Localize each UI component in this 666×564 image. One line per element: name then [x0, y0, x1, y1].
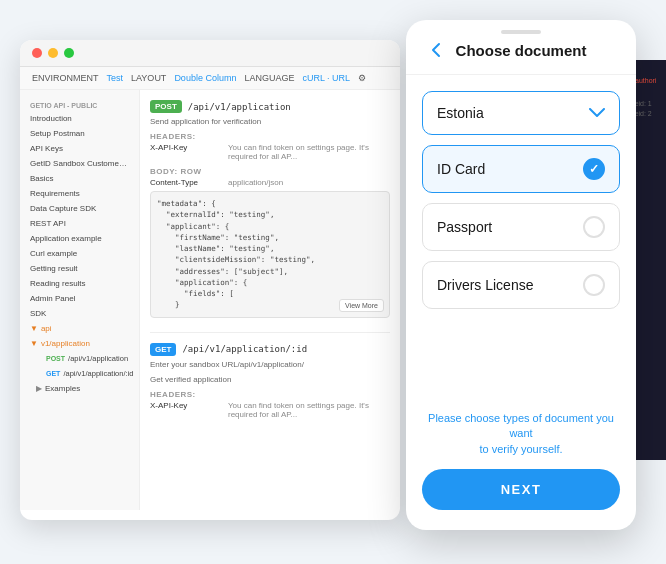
sidebar-item-setup[interactable]: Setup Postman	[20, 126, 139, 141]
mobile-header: Choose document	[406, 20, 636, 75]
drivers-license-radio	[583, 274, 605, 296]
back-button[interactable]	[422, 36, 450, 64]
x-api-key-name: X-API-Key	[150, 143, 220, 161]
passport-radio	[583, 216, 605, 238]
mobile-panel: Choose document Estonia ID Card ✓ Passpo…	[406, 20, 636, 530]
country-dropdown[interactable]: Estonia	[422, 91, 620, 135]
tree-api-folder[interactable]: ▼ api	[20, 321, 139, 336]
sidebar-section-title: GETIO API - PUBLIC	[20, 98, 139, 111]
passport-option[interactable]: Passport	[422, 203, 620, 251]
post-endpoint-label: POST /api/v1/application	[150, 100, 390, 113]
id-card-label: ID Card	[437, 161, 485, 177]
view-more-button[interactable]: View More	[339, 299, 384, 312]
get-endpoint-block: GET /api/v1/application/:id Enter your s…	[150, 343, 390, 419]
close-dot	[32, 48, 42, 58]
minimize-dot	[48, 48, 58, 58]
test-label[interactable]: Test	[107, 73, 124, 83]
sidebar-item-api-keys[interactable]: API Keys	[20, 141, 139, 156]
get-x-api-key-value: You can find token on settings page. It'…	[228, 401, 390, 419]
x-api-key-value: You can find token on settings page. It'…	[228, 143, 390, 161]
get-url: /api/v1/application/:id	[182, 344, 307, 354]
id-card-option[interactable]: ID Card ✓	[422, 145, 620, 193]
drivers-license-option[interactable]: Drivers License	[422, 261, 620, 309]
code-content: "metadata": { "externalId": "testing", "…	[157, 198, 383, 311]
post-endpoint-block: POST /api/v1/application Send applicatio…	[150, 100, 390, 318]
double-column-label[interactable]: Double Column	[174, 73, 236, 83]
passport-label: Passport	[437, 219, 492, 235]
drivers-license-label: Drivers License	[437, 277, 533, 293]
x-api-key-row: X-API-Key You can find token on settings…	[150, 143, 390, 161]
api-sidebar: GETIO API - PUBLIC Introduction Setup Po…	[20, 90, 140, 510]
get-x-api-key-name: X-API-Key	[150, 401, 220, 419]
sidebar-item-sandbox[interactable]: GetID Sandbox Customer Documenta...	[20, 156, 139, 171]
api-toolbar: ENVIRONMENT Test LAYOUT Double Column LA…	[20, 67, 400, 90]
sidebar-item-admin[interactable]: Admin Panel	[20, 291, 139, 306]
api-docs-panel: ENVIRONMENT Test LAYOUT Double Column LA…	[20, 40, 400, 520]
sidebar-item-rest-api[interactable]: REST API	[20, 216, 139, 231]
body-label: BODY: row	[150, 167, 390, 176]
get-desc2: Get verified application	[150, 375, 390, 384]
tree-v1-folder[interactable]: ▼ v1/application	[20, 336, 139, 351]
maximize-dot	[64, 48, 74, 58]
api-main-content: POST /api/v1/application Send applicatio…	[140, 90, 400, 510]
curl-label[interactable]: cURL · URL	[302, 73, 350, 83]
content-type-row: Content-Type application/json	[150, 178, 390, 187]
sidebar-item-app-example[interactable]: Application example	[20, 231, 139, 246]
content-type-name: Content-Type	[150, 178, 220, 187]
post-code-block: "metadata": { "externalId": "testing", "…	[150, 191, 390, 318]
sidebar-item-basics[interactable]: Basics	[20, 171, 139, 186]
settings-icon[interactable]: ⚙	[358, 73, 366, 83]
chevron-down-icon	[589, 104, 605, 122]
sidebar-item-data-capture[interactable]: Data Capture SDK	[20, 201, 139, 216]
sidebar-item-getting-result[interactable]: Getting result	[20, 261, 139, 276]
sidebar-item-requirements[interactable]: Requirements	[20, 186, 139, 201]
sidebar-item-introduction[interactable]: Introduction	[20, 111, 139, 126]
layout-label: LAYOUT	[131, 73, 166, 83]
mobile-footer: Please choose types of document you want…	[406, 399, 636, 530]
get-headers-label: HEADERS:	[150, 390, 390, 399]
get-badge: GET	[150, 343, 176, 356]
next-button[interactable]: NEXT	[422, 469, 620, 510]
country-value: Estonia	[437, 105, 484, 121]
get-x-api-key-row: X-API-Key You can find token on settings…	[150, 401, 390, 419]
tree-examples-folder[interactable]: ▶ Examples	[20, 381, 139, 396]
divider	[150, 332, 390, 333]
environment-label: ENVIRONMENT	[32, 73, 99, 83]
api-body: GETIO API - PUBLIC Introduction Setup Po…	[20, 90, 400, 510]
tree-get-application-id[interactable]: GET /api/v1/application/:id	[20, 366, 139, 381]
sidebar-item-curl[interactable]: Curl example	[20, 246, 139, 261]
get-description: Enter your sandbox URL/api/v1/applicatio…	[150, 360, 390, 369]
post-badge: POST	[150, 100, 182, 113]
headers-label: HEADERS:	[150, 132, 390, 141]
id-card-radio: ✓	[583, 158, 605, 180]
post-description: Send application for verification	[150, 117, 390, 126]
titlebar	[20, 40, 400, 67]
tree-post-application[interactable]: POST /api/v1/application	[20, 351, 139, 366]
sidebar-item-sdk[interactable]: SDK	[20, 306, 139, 321]
post-url: /api/v1/application	[188, 102, 291, 112]
content-type-value: application/json	[228, 178, 390, 187]
mobile-body: Estonia ID Card ✓ Passport Drivers Licen…	[406, 75, 636, 399]
language-label: LANGUAGE	[244, 73, 294, 83]
sidebar-item-reading[interactable]: Reading results	[20, 276, 139, 291]
modal-title: Choose document	[450, 42, 620, 59]
check-icon: ✓	[589, 162, 599, 176]
get-endpoint-label: GET /api/v1/application/:id	[150, 343, 390, 356]
footer-note: Please choose types of document you want…	[422, 411, 620, 457]
